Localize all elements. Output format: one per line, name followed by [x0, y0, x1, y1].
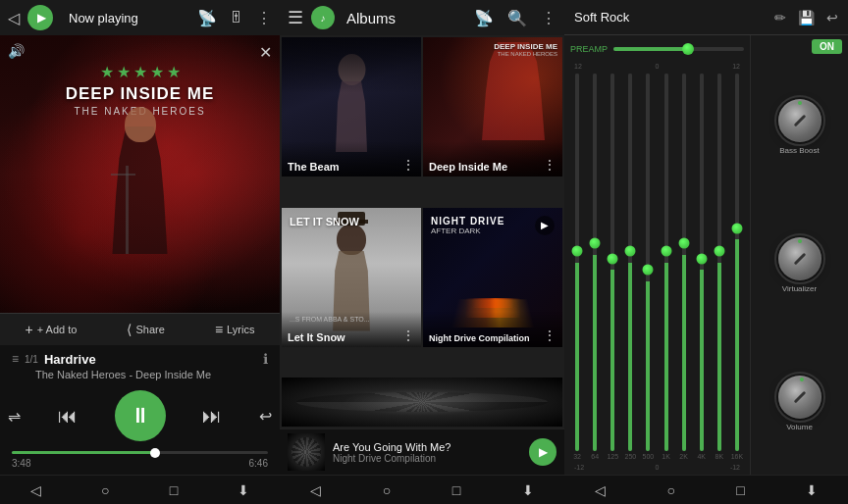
volume-icon[interactable]: 🔊 [8, 43, 25, 59]
app-logo: ♪ [311, 6, 335, 29]
eq-band-32[interactable]: 32 [570, 74, 584, 460]
nav-home-icon-mid[interactable]: ○ [383, 482, 391, 498]
cast-icon[interactable]: 📡 [197, 9, 217, 27]
bass-boost-knob[interactable] [778, 99, 822, 142]
track-name: Hardrive [44, 352, 96, 367]
album-menu-night[interactable]: ⋮ [543, 328, 556, 343]
eq-pencil-icon[interactable]: ✏ [774, 10, 786, 25]
nav-recent-icon[interactable]: □ [170, 482, 178, 498]
bottom-track-row: Are You Going With Me? Night Drive Compi… [280, 428, 564, 475]
previous-button[interactable]: ⏮ [58, 405, 78, 428]
preamp-row: PREAMP [570, 39, 744, 59]
rating-stars[interactable]: ★ ★ ★ ★ ★ [100, 63, 181, 81]
eq-band-16k[interactable]: 16K [730, 74, 744, 460]
action-bar: + + Add to ⟨ Share ≡ Lyrics [0, 313, 280, 345]
bottom-track-album: Night Drive Compilation [333, 453, 521, 464]
total-time: 6:46 [249, 458, 268, 469]
elapsed-time: 3:48 [12, 458, 30, 469]
eq-band-2k[interactable]: 2K [677, 74, 691, 460]
nav-back-icon-mid[interactable]: ◁ [310, 482, 321, 498]
nav-download-icon-right[interactable]: ⬇ [806, 482, 818, 498]
eq-knob-section: Bass Boost Virtualizer [778, 60, 822, 471]
right-nav-bar: ◁ ○ □ ⬇ [564, 475, 848, 504]
eq-band-125[interactable]: 125 [606, 74, 619, 460]
nav-home-icon-right[interactable]: ○ [666, 482, 674, 498]
back-icon[interactable]: ◁ [8, 9, 20, 27]
cast-icon-mid[interactable]: 📡 [474, 9, 494, 27]
now-playing-label: Now playing [61, 0, 186, 35]
nav-home-icon[interactable]: ○ [101, 482, 109, 498]
nav-back-icon-right[interactable]: ◁ [595, 482, 606, 498]
nav-back-icon[interactable]: ◁ [30, 482, 41, 498]
performer-image [72, 97, 209, 254]
eq-topbar: Soft Rock ✏ 💾 ↩ [564, 0, 848, 35]
hamburger-menu-icon[interactable]: ☰ [288, 7, 303, 28]
shuffle-button[interactable]: ⇌ [8, 407, 21, 426]
album-card-night[interactable]: NIGHT DRIVE AFTER DARK ▶ Night Drive Com… [423, 208, 562, 347]
equalizer-icon[interactable]: 🎚 [229, 9, 244, 26]
virtualizer-label: Virtualizer [782, 284, 817, 293]
play-pause-button[interactable]: ⏸ [115, 390, 166, 441]
progress-section: ≡ 1/1 Hardrive ℹ The Naked Heroes - Deep… [0, 345, 280, 386]
eq-band-500[interactable]: 500 [641, 74, 655, 460]
album-card-snow[interactable]: LET IT SNOW ...S FROM ABBA & STO... Let … [282, 208, 421, 347]
album-label-night: Night Drive Compilation ⋮ [423, 312, 562, 347]
album-card-deep[interactable]: DEEP INSIDE ME THE NAKED HEROES Deep Ins… [423, 37, 562, 176]
eq-band-1k[interactable]: 1K [659, 74, 672, 460]
eq-band-64[interactable]: 64 [588, 74, 602, 460]
eq-undo-icon[interactable]: ↩ [826, 10, 838, 25]
repeat-button[interactable]: ↩ [259, 407, 272, 426]
volume-knob[interactable] [778, 376, 822, 419]
bass-boost-label: Bass Boost [779, 146, 819, 155]
bass-boost-knob-item: Bass Boost [778, 99, 822, 155]
eq-on-button[interactable]: ON [812, 39, 842, 54]
bottom-track-name: Are You Going With Me? [333, 441, 521, 453]
equalizer-panel: Soft Rock ✏ 💾 ↩ PREAMP 12 0 [564, 0, 848, 504]
album-menu-snow[interactable]: ⋮ [401, 328, 415, 343]
eq-band-250[interactable]: 250 [623, 74, 637, 460]
next-button[interactable]: ⏭ [202, 405, 222, 428]
nav-download-icon-mid[interactable]: ⬇ [522, 482, 534, 498]
eq-band-4k[interactable]: 4K [695, 74, 709, 460]
left-topbar: ◁ ▶ Now playing 📡 🎚 ⋮ [0, 0, 280, 35]
lyrics-button[interactable]: ≡ Lyrics [215, 322, 255, 337]
queue-icon: ≡ [12, 352, 19, 366]
eq-main: PREAMP 12 0 12 [564, 35, 848, 475]
time-bar: 3:48 6:46 [0, 445, 280, 475]
album-label-beam: The Beam ⋮ [282, 141, 421, 176]
nav-recent-icon-right[interactable]: □ [736, 482, 744, 498]
menu-dots-icon[interactable]: ⋮ [256, 9, 272, 27]
track-info-icon[interactable]: ℹ [263, 351, 268, 367]
albums-topbar: ☰ ♪ Albums 📡 🔍 ⋮ [280, 0, 564, 35]
search-icon[interactable]: 🔍 [507, 9, 527, 27]
menu-dots-icon-mid[interactable]: ⋮ [541, 9, 556, 27]
album-label-snow: Let It Snow ⋮ [282, 312, 421, 347]
albums-panel: ☰ ♪ Albums 📡 🔍 ⋮ [280, 0, 564, 504]
eq-band-8k[interactable]: 8K [713, 74, 726, 460]
album-name-beam: The Beam [288, 161, 340, 173]
album-menu-deep[interactable]: ⋮ [543, 157, 556, 173]
mini-play-button[interactable]: ▶ [27, 5, 53, 30]
album-menu-beam[interactable]: ⋮ [401, 157, 415, 173]
share-button[interactable]: ⟨ Share [127, 322, 164, 337]
virtualizer-knob[interactable] [778, 237, 822, 280]
playback-controls: ⇌ ⏮ ⏸ ⏭ ↩ [0, 386, 280, 445]
album-name-night: Night Drive Compilation [429, 333, 530, 343]
virtualizer-knob-item: Virtualizer [778, 237, 822, 293]
nav-recent-icon-mid[interactable]: □ [452, 482, 460, 498]
volume-label: Volume [786, 423, 813, 431]
nav-download-icon[interactable]: ⬇ [238, 482, 249, 498]
album-label-deep: Deep Inside Me ⋮ [423, 141, 562, 176]
add-to-button[interactable]: + + Add to [26, 322, 78, 337]
track-artist: The Naked Heroes - Deep Inside Me [12, 369, 268, 380]
eq-knobs-section: ON Bass Boost [750, 35, 848, 475]
eq-save-icon[interactable]: 💾 [798, 10, 815, 25]
album-card-beam[interactable]: The Beam ⋮ [282, 37, 421, 176]
close-icon[interactable]: ✕ [259, 43, 272, 62]
eq-sliders-section: PREAMP 12 0 12 [564, 35, 750, 475]
seek-bar[interactable] [12, 451, 268, 454]
bottom-track-info: Are You Going With Me? Night Drive Compi… [333, 441, 521, 464]
now-playing-panel: ◁ ▶ Now playing 📡 🎚 ⋮ 🔊 ✕ ★ ★ ★ ★ [0, 0, 280, 504]
bottom-play-button[interactable]: ▶ [529, 438, 556, 466]
eq-preset-name: Soft Rock [574, 10, 767, 25]
